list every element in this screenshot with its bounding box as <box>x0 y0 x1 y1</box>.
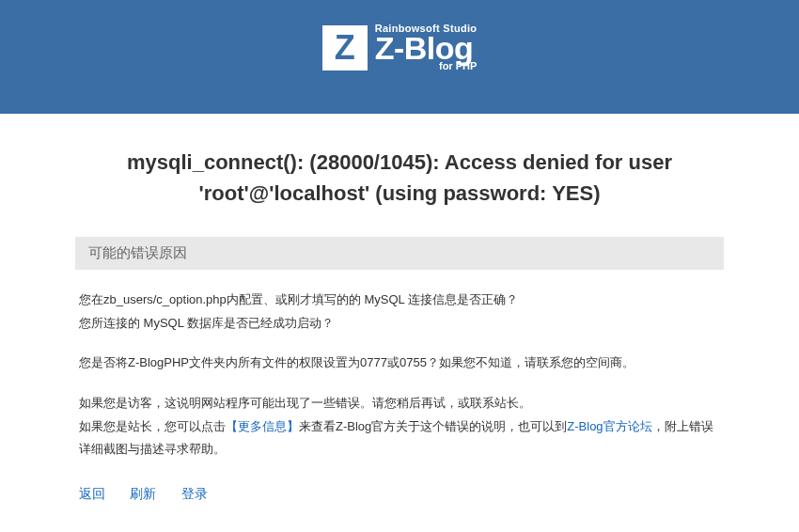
header-banner: Z Rainbowsoft Studio Z-Blog for PHP <box>0 0 799 114</box>
logo-icon: Z <box>322 25 368 70</box>
content-area: mysqli_connect(): (28000/1045): Access d… <box>0 114 799 531</box>
login-link[interactable]: 登录 <box>181 486 208 501</box>
logo-text: Rainbowsoft Studio Z-Blog for PHP <box>375 23 478 71</box>
error-text: 您所连接的 MySQL 数据库是否已经成功启动？ <box>79 316 334 330</box>
logo-letter: Z <box>335 28 355 68</box>
error-paragraph-3: 如果您是访客，这说明网站程序可能出现了一些错误。请您稍后再试，或联系站长。 如果… <box>79 392 720 462</box>
error-text: 如果您是站长，您可以点击 <box>79 419 226 433</box>
error-text: 您在zb_users/c_option.php内配置、或刚才填写的的 MySQL… <box>79 292 518 306</box>
error-body: 您在zb_users/c_option.php内配置、或刚才填写的的 MySQL… <box>75 289 724 462</box>
error-title: mysqli_connect(): (28000/1045): Access d… <box>75 147 724 209</box>
error-paragraph-2: 您是否将Z-BlogPHP文件夹内所有文件的权限设置为0777或0755？如果您… <box>79 352 720 375</box>
back-link[interactable]: 返回 <box>79 486 105 501</box>
logo-main-text: Z-Blog <box>375 32 478 64</box>
forum-link[interactable]: Z-Blog官方论坛 <box>567 419 651 433</box>
action-links: 返回 刷新 登录 <box>75 485 724 503</box>
more-info-link[interactable]: 【更多信息】 <box>226 419 299 433</box>
error-text: 来查看Z-Blog官方关于这个错误的说明，也可以到 <box>299 419 567 433</box>
error-paragraph-1: 您在zb_users/c_option.php内配置、或刚才填写的的 MySQL… <box>79 289 720 335</box>
logo: Z Rainbowsoft Studio Z-Blog for PHP <box>322 23 478 71</box>
error-text: 如果您是访客，这说明网站程序可能出现了一些错误。请您稍后再试，或联系站长。 <box>79 396 531 410</box>
refresh-link[interactable]: 刷新 <box>130 486 156 501</box>
error-section-header: 可能的错误原因 <box>75 237 724 270</box>
